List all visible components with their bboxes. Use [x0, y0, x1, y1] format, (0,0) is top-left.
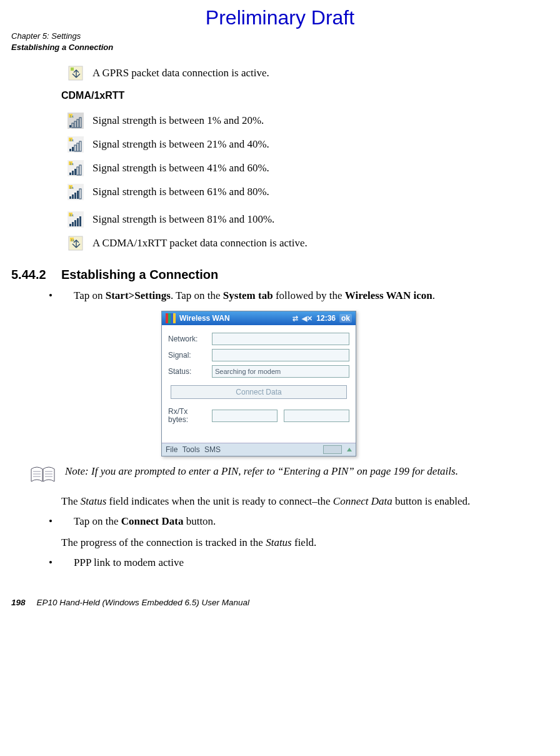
- progress-paragraph: The progress of the connection is tracke…: [61, 537, 536, 549]
- signal-21-40-text: Signal strength is between 21% and 40%.: [92, 138, 269, 151]
- icon-row-signal-1-20: 1x Signal strength is between 1% and 20%…: [68, 113, 549, 129]
- connectivity-icon: ⇄: [292, 315, 298, 323]
- field-status: Searching for modem: [212, 365, 349, 378]
- label-network: Network:: [168, 335, 208, 343]
- wireless-wan-screenshot: Wireless WAN ⇄ ◀✕ 12:36 ok Network: Sign…: [161, 311, 549, 456]
- section-number: 5.44.2: [11, 268, 61, 282]
- menu-file[interactable]: File: [166, 445, 178, 454]
- page-footer: 198EP10 Hand-Held (Windows Embedded 6.5)…: [11, 598, 549, 607]
- icon-row-gprs-active: A GPRS packet data connection is active.: [68, 65, 549, 81]
- svg-rect-22: [72, 171, 74, 175]
- page-header: Chapter 5: Settings Establishing a Conne…: [11, 31, 549, 53]
- section-title: Establishing a Connection: [61, 268, 218, 281]
- volume-icon: ◀✕: [302, 315, 312, 323]
- svg-rect-40: [77, 218, 79, 226]
- svg-rect-13: [69, 149, 71, 151]
- svg-rect-32: [77, 191, 79, 199]
- note-text: Note: If you are prompted to enter a PIN…: [65, 465, 458, 484]
- signal-41-60-icon: 1x: [68, 160, 84, 176]
- windows-flag-icon: [166, 313, 176, 323]
- header-section: Establishing a Connection: [11, 42, 549, 53]
- signal-21-40-icon: 1x: [68, 136, 84, 153]
- note-pin: Note: If you are prompted to enter a PIN…: [30, 465, 530, 484]
- device-bottombar: File Tools SMS: [162, 443, 356, 456]
- step-1: •Tap on Start>Settings. Tap on the Syste…: [74, 290, 549, 302]
- signal-1-20-text: Signal strength is between 1% and 20%.: [92, 114, 264, 127]
- signal-61-80-text: Signal strength is between 61% and 80%.: [92, 186, 269, 198]
- manual-title: EP10 Hand-Held (Windows Embedded 6.5) Us…: [37, 598, 250, 607]
- svg-rect-5: [69, 125, 71, 128]
- gprs-active-icon: [68, 65, 84, 81]
- cdma-1xrtt-heading: CDMA/1xRTT: [61, 90, 549, 101]
- menu-tools[interactable]: Tools: [182, 445, 200, 454]
- svg-text:1x: 1x: [69, 213, 74, 218]
- svg-rect-1: [71, 68, 74, 71]
- svg-text:1x: 1x: [69, 185, 74, 190]
- svg-rect-21: [69, 173, 71, 175]
- svg-rect-29: [69, 196, 71, 199]
- label-rxtx: Rx/Tx bytes:: [168, 408, 208, 424]
- connect-data-button[interactable]: Connect Data: [171, 385, 347, 399]
- label-signal: Signal:: [168, 351, 208, 360]
- svg-rect-30: [72, 194, 74, 199]
- icon-row-signal-81-100: 1x Signal strength is between 81% and 10…: [68, 211, 549, 228]
- icon-row-signal-41-60: 1x Signal strength is between 41% and 60…: [68, 160, 549, 176]
- step-3: •PPP link to modem active: [74, 557, 549, 569]
- signal-1-20-icon: 1x: [68, 113, 84, 129]
- header-chapter: Chapter 5: Settings: [11, 31, 549, 42]
- device-title: Wireless WAN: [179, 314, 230, 323]
- field-tx: [284, 410, 349, 422]
- label-status: Status:: [168, 367, 208, 376]
- svg-rect-23: [74, 169, 76, 175]
- keyboard-icon[interactable]: [323, 445, 342, 454]
- svg-text:1x: 1x: [69, 114, 74, 119]
- svg-rect-39: [74, 220, 76, 226]
- step-2: •Tap on the Connect Data button.: [74, 515, 549, 528]
- svg-rect-14: [72, 147, 74, 151]
- svg-rect-38: [72, 222, 74, 226]
- gprs-active-text: A GPRS packet data connection is active.: [92, 67, 269, 79]
- svg-rect-41: [79, 216, 81, 226]
- section-5-44-2-heading: 5.44.2Establishing a Connection: [11, 268, 549, 282]
- ok-button[interactable]: ok: [339, 314, 352, 323]
- preliminary-draft-watermark: Preliminary Draft: [11, 6, 549, 29]
- cdma-active-icon: 1x: [68, 235, 84, 251]
- field-signal: [212, 349, 349, 361]
- svg-text:1x: 1x: [71, 238, 74, 242]
- device-titlebar: Wireless WAN ⇄ ◀✕ 12:36 ok: [162, 311, 356, 325]
- field-network: [212, 333, 349, 345]
- page-number: 198: [11, 598, 26, 607]
- svg-text:1x: 1x: [69, 138, 74, 143]
- status-ready-paragraph: The Status field indicates when the unit…: [61, 495, 536, 508]
- device-time: 12:36: [316, 314, 336, 323]
- field-rx: [212, 410, 278, 422]
- svg-rect-37: [69, 224, 71, 226]
- note-book-icon: [30, 465, 56, 484]
- sip-arrow-icon[interactable]: [347, 448, 352, 451]
- icon-row-cdma-active: 1x A CDMA/1xRTT packet data connection i…: [68, 235, 549, 251]
- signal-81-100-icon: 1x: [68, 211, 84, 228]
- signal-61-80-icon: 1x: [68, 184, 84, 200]
- svg-rect-31: [74, 193, 76, 199]
- cdma-active-text: A CDMA/1xRTT packet data connection is a…: [92, 237, 308, 249]
- icon-row-signal-21-40: 1x Signal strength is between 21% and 40…: [68, 136, 549, 153]
- icon-row-signal-61-80: 1x Signal strength is between 61% and 80…: [68, 184, 549, 200]
- signal-41-60-text: Signal strength is between 41% and 60%.: [92, 162, 269, 174]
- svg-text:1x: 1x: [69, 161, 74, 166]
- signal-81-100-text: Signal strength is between 81% and 100%.: [92, 213, 274, 226]
- menu-sms[interactable]: SMS: [204, 445, 221, 454]
